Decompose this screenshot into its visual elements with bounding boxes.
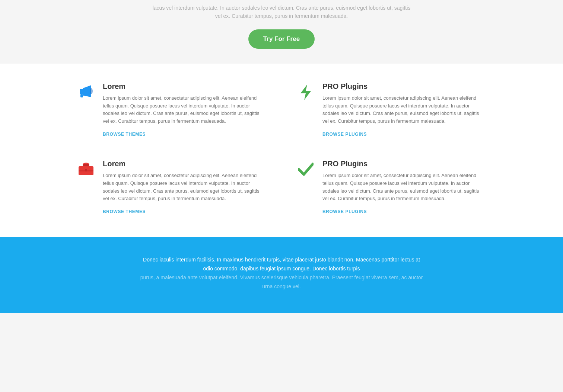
- top-section: lacus vel interdum vulputate. In auctor …: [0, 0, 563, 64]
- feature-item-2: PRO Plugins Lorem ipsum dolor sit amet, …: [296, 82, 486, 137]
- feature-link-2[interactable]: BROWSE PLUGINS: [322, 132, 367, 137]
- feature-content-3: Lorem Lorem ipsum dolor sit amet, consec…: [103, 160, 267, 215]
- features-section: Lorem Lorem ipsum dolor sit amet, consec…: [0, 64, 563, 237]
- svg-rect-6: [83, 164, 89, 166]
- feature-item-3: Lorem Lorem ipsum dolor sit amet, consec…: [77, 160, 267, 215]
- briefcase-icon: [77, 160, 95, 176]
- svg-rect-8: [85, 169, 87, 171]
- checkmark-icon: [296, 160, 315, 177]
- feature-body-3: Lorem ipsum dolor sit amet, consectetur …: [103, 172, 267, 203]
- feature-content-2: PRO Plugins Lorem ipsum dolor sit amet, …: [322, 82, 486, 137]
- footer-text-container: Donec iaculis interdum facilisis. In max…: [140, 256, 423, 291]
- footer-primary-text: Donec iaculis interdum facilisis. In max…: [140, 256, 423, 273]
- lightning-icon: [296, 82, 315, 101]
- feature-title-1: Lorem: [103, 82, 267, 91]
- svg-marker-0: [80, 89, 83, 94]
- feature-link-1[interactable]: BROWSE THEMES: [103, 132, 146, 137]
- feature-title-2: PRO Plugins: [322, 82, 486, 91]
- feature-body-4: Lorem ipsum dolor sit amet, consectetur …: [322, 172, 486, 203]
- footer-section: Donec iaculis interdum facilisis. In max…: [0, 237, 563, 313]
- svg-rect-3: [80, 94, 83, 97]
- feature-title-4: PRO Plugins: [322, 160, 486, 168]
- feature-item-1: Lorem Lorem ipsum dolor sit amet, consec…: [77, 82, 267, 137]
- feature-item-4: PRO Plugins Lorem ipsum dolor sit amet, …: [296, 160, 486, 215]
- features-grid: Lorem Lorem ipsum dolor sit amet, consec…: [77, 82, 486, 215]
- top-body-text: lacus vel interdum vulputate. In auctor …: [151, 4, 412, 20]
- svg-marker-4: [300, 84, 311, 100]
- feature-body-1: Lorem ipsum dolor sit amet, consectetur …: [103, 94, 267, 125]
- feature-link-4[interactable]: BROWSE PLUGINS: [322, 209, 367, 214]
- try-for-free-button[interactable]: Try For Free: [248, 29, 315, 49]
- svg-point-2: [90, 88, 93, 94]
- footer-secondary-text: purus, a malesuada ante volutpat eleifen…: [140, 273, 423, 291]
- feature-link-3[interactable]: BROWSE THEMES: [103, 209, 146, 214]
- feature-title-3: Lorem: [103, 160, 267, 168]
- feature-body-2: Lorem ipsum dolor sit amet, consectetur …: [322, 94, 486, 125]
- megaphone-icon: [77, 82, 95, 100]
- feature-content-1: Lorem Lorem ipsum dolor sit amet, consec…: [103, 82, 267, 137]
- feature-content-4: PRO Plugins Lorem ipsum dolor sit amet, …: [322, 160, 486, 215]
